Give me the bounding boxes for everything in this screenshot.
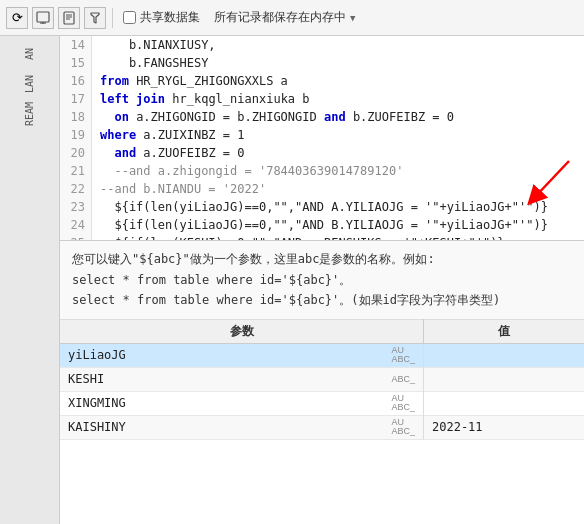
toolbar-btn-2[interactable]: [32, 7, 54, 29]
toolbar-btn-1[interactable]: ⟳: [6, 7, 28, 29]
code-line-14: 14 b.NIANXIUSY,: [60, 36, 584, 54]
code-line-24: 24 ${if(len(yiLiaoJG)==0,"","AND B.YILIA…: [60, 216, 584, 234]
code-line-25: 25 ${if(len(KESHI)==0,"","AND a.RENSHIKS…: [60, 234, 584, 241]
params-col-value-header: 值: [424, 319, 584, 343]
dropdown-arrow-icon[interactable]: ▼: [350, 13, 355, 23]
params-header: 参数 值: [60, 320, 584, 344]
param-value-yiliaojg[interactable]: [424, 344, 584, 368]
param-value-keshi[interactable]: [424, 367, 584, 391]
shared-dataset-label: 共享数据集: [140, 9, 200, 26]
sidebar-item-lan[interactable]: LAN: [14, 70, 46, 98]
param-name-xingming: XINGMING AUABC_: [60, 391, 424, 415]
code-line-23: 23 ${if(len(yiLiaoJG)==0,"","AND A.YILIA…: [60, 198, 584, 216]
param-value-xingming[interactable]: [424, 391, 584, 415]
info-section: 您可以键入"${abc}"做为一个参数，这里abc是参数的名称。例如: sele…: [60, 241, 584, 319]
params-body: yiLiaoJG AUABC_ KESHI ABC_ XINGM: [60, 344, 584, 524]
param-type-icon-yiliaojg: AUABC_: [391, 346, 415, 364]
param-row-keshi[interactable]: KESHI ABC_: [60, 368, 584, 392]
info-example2: select * from table where id='${abc}'。(如…: [72, 290, 572, 310]
shared-dataset-check[interactable]: 共享数据集: [123, 9, 200, 26]
param-name-yiliaojg: yiLiaoJG AUABC_: [60, 344, 424, 368]
sidebar-item-ream[interactable]: REAM: [14, 100, 46, 128]
code-line-19: 19 where a.ZUIXINBZ = 1: [60, 126, 584, 144]
code-line-20: 20 and a.ZUOFEIBZ = 0: [60, 144, 584, 162]
param-row-xingming[interactable]: XINGMING AUABC_: [60, 392, 584, 416]
code-line-18: 18 on a.ZHIGONGID = b.ZHIGONGID and b.ZU…: [60, 108, 584, 126]
content-area: 14 b.NIANXIUSY, 15 b.FANGSHESY 16 from H…: [60, 36, 584, 524]
param-name-kaishiny: KAISHINY AUABC_: [60, 415, 424, 439]
param-row-kaishiny[interactable]: KAISHINY AUABC_ 2022-11: [60, 416, 584, 440]
code-line-17: 17 left join hr_kqgl_nianxiuka b: [60, 90, 584, 108]
status-text: 所有记录都保存在内存中: [214, 9, 346, 26]
sidebar-item-an[interactable]: AN: [14, 40, 46, 68]
info-description: 您可以键入"${abc}"做为一个参数，这里abc是参数的名称。例如:: [72, 249, 572, 269]
left-sidebar: AN LAN REAM: [0, 36, 60, 524]
toolbar-btn-4[interactable]: [84, 7, 106, 29]
param-name-keshi: KESHI ABC_: [60, 367, 424, 391]
svg-rect-3: [64, 12, 74, 24]
param-type-icon-xingming: AUABC_: [391, 394, 415, 412]
param-row-yiliaojg[interactable]: yiLiaoJG AUABC_: [60, 344, 584, 368]
toolbar-sep: [112, 8, 113, 28]
code-editor[interactable]: 14 b.NIANXIUSY, 15 b.FANGSHESY 16 from H…: [60, 36, 584, 241]
code-line-16: 16 from HR_RYGL_ZHIGONGXXLS a: [60, 72, 584, 90]
svg-rect-0: [37, 12, 49, 22]
param-type-icon-kaishiny: AUABC_: [391, 418, 415, 436]
param-value-kaishiny[interactable]: 2022-11: [424, 415, 584, 439]
params-section: 参数 值 yiLiaoJG AUABC_ KESHI ABC_: [60, 320, 584, 524]
toolbar-status: 所有记录都保存在内存中 ▼: [214, 9, 355, 26]
code-line-22: 22 --and b.NIANDU = '2022': [60, 180, 584, 198]
param-type-icon-keshi: ABC_: [391, 375, 415, 384]
params-col-name-header: 参数: [60, 319, 424, 343]
toolbar: ⟳ 共享数据集 所有记录都保存在内存中 ▼: [0, 0, 584, 36]
info-example1: select * from table where id='${abc}'。: [72, 270, 572, 290]
toolbar-btn-3[interactable]: [58, 7, 80, 29]
code-line-21: 21 --and a.zhigongid = '7844036390147891…: [60, 162, 584, 180]
code-line-15: 15 b.FANGSHESY: [60, 54, 584, 72]
